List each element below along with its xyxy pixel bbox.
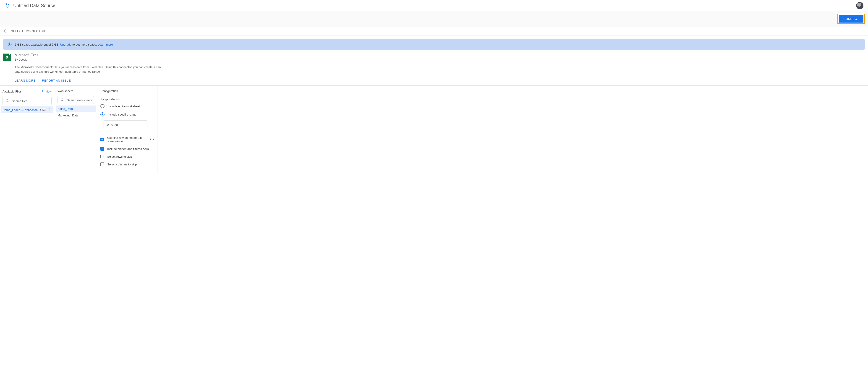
worksheets-search-box[interactable] — [58, 96, 94, 104]
page-title[interactable]: Untitled Data Source — [13, 3, 56, 8]
help-icon[interactable] — [150, 137, 154, 141]
banner-text2: to get more space. — [72, 43, 97, 46]
checkbox-include-hidden[interactable]: Include hidden and filtered cells — [100, 147, 154, 151]
svg-rect-9 — [152, 139, 152, 140]
file-item[interactable]: Demo_Looke … onnection 6 KB — [1, 106, 53, 113]
connector-block: X Microsoft Excel By Google The Microsof… — [3, 53, 865, 82]
excel-icon: X — [3, 54, 11, 61]
svg-rect-4 — [9, 43, 10, 44]
worksheet-item[interactable]: Sales_Data — [56, 105, 96, 112]
checkbox-icon — [100, 163, 104, 166]
config-heading: Configuration — [100, 89, 154, 93]
info-icon — [7, 42, 12, 47]
worksheets-panel: Worksheets Sales_Data Marketing_Data — [54, 86, 97, 174]
checkbox-first-row-headers[interactable]: Use first row as headers for sheet/range — [100, 136, 154, 143]
plus-icon — [41, 89, 44, 94]
action-bar: CONNECT — [0, 11, 868, 27]
search-icon — [5, 99, 9, 103]
breadcrumb-label[interactable]: SELECT CONNECTOR — [11, 29, 45, 33]
worksheets-heading: Worksheets — [58, 89, 73, 93]
banner-text: 2 GB space available out of 2 GB. — [14, 43, 59, 46]
svg-point-0 — [6, 4, 9, 7]
learn-more-link[interactable]: Learn more — [98, 43, 113, 46]
search-icon — [60, 98, 65, 102]
range-selection-label: Range selection — [100, 98, 154, 101]
files-search-input[interactable] — [12, 99, 50, 103]
radio-icon — [100, 104, 104, 108]
file-name: Demo_Looke … onnection — [2, 108, 38, 112]
upgrade-link[interactable]: Upgrade — [60, 43, 71, 46]
file-menu-icon[interactable] — [48, 108, 52, 112]
checkbox-icon — [100, 147, 104, 151]
connect-button[interactable]: CONNECT — [839, 15, 863, 23]
available-files-panel: Available Files New Demo_Looke … onnecti… — [0, 86, 54, 174]
files-search-box[interactable] — [2, 97, 52, 105]
back-arrow-icon[interactable] — [3, 29, 8, 33]
checkbox-select-rows-skip[interactable]: Select rows to skip — [100, 155, 154, 159]
new-file-button[interactable]: New — [41, 89, 52, 94]
file-size: 6 KB — [40, 108, 45, 111]
breadcrumb: SELECT CONNECTOR — [0, 27, 868, 36]
connector-author: By Google — [14, 58, 163, 61]
configuration-panel: Configuration Range selection Include en… — [97, 86, 157, 174]
checkbox-select-cols-skip[interactable]: Select columns to skip — [100, 163, 154, 166]
checkbox-icon — [100, 155, 104, 159]
svg-rect-10 — [152, 139, 152, 139]
svg-point-1 — [6, 3, 7, 4]
storage-info-banner: 2 GB space available out of 2 GB. Upgrad… — [3, 39, 865, 50]
svg-point-7 — [50, 110, 50, 111]
connector-name: Microsoft Excel — [14, 53, 163, 57]
worksheet-item[interactable]: Marketing_Data — [56, 112, 96, 119]
radio-include-entire-worksheet[interactable]: Include entire worksheet — [100, 104, 154, 108]
files-heading: Available Files — [2, 90, 22, 93]
connect-highlight: CONNECT — [837, 14, 865, 24]
svg-point-5 — [50, 108, 50, 109]
connector-report-issue-link[interactable]: REPORT AN ISSUE — [42, 79, 71, 82]
app-header: Untitled Data Source — [0, 0, 868, 11]
range-input[interactable] — [103, 120, 147, 129]
svg-point-6 — [50, 110, 50, 110]
svg-rect-3 — [9, 44, 10, 45]
radio-include-specific-range[interactable]: Include specific range — [100, 112, 154, 116]
checkbox-icon — [100, 138, 104, 141]
radio-icon — [100, 112, 104, 116]
user-avatar[interactable] — [856, 2, 863, 9]
connector-description: The Microsoft Excel connector lets you a… — [14, 65, 163, 74]
connector-learn-more-link[interactable]: LEARN MORE — [14, 79, 36, 82]
looker-studio-logo-icon — [5, 2, 10, 9]
